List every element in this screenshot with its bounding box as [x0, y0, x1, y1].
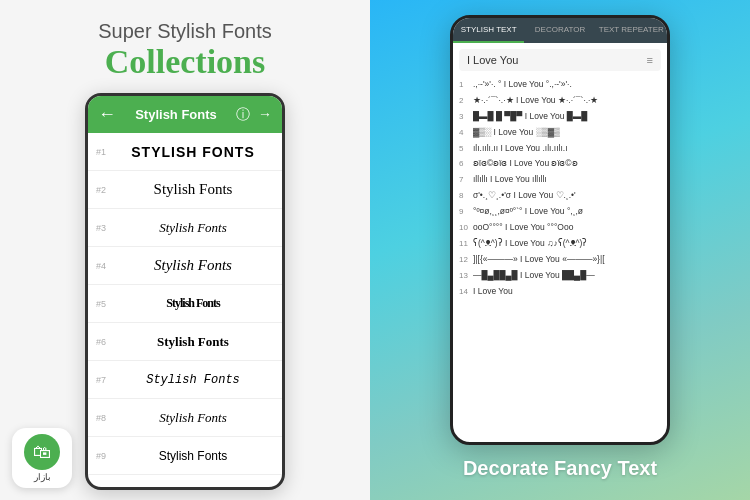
- super-stylish-label: Super Stylish Fonts: [98, 20, 271, 43]
- result-num: 14: [459, 286, 473, 297]
- result-text: █▬█ █ ▀█▀ I Love You █▬█: [473, 111, 661, 123]
- left-panel: Super Stylish Fonts Collections ← Stylis…: [0, 0, 370, 500]
- phone-top-bar: ← Stylish Fonts ⓘ →: [88, 96, 282, 133]
- font-item-num: #4: [96, 261, 112, 271]
- font-item-num: #2: [96, 185, 112, 195]
- result-item[interactable]: 4 ▓▒░ I Love You ░▒▓▒: [457, 125, 663, 141]
- font-item-num: #9: [96, 451, 112, 461]
- font-list-item[interactable]: #6 Stylish Fonts: [88, 323, 282, 361]
- info-icon[interactable]: ⓘ: [236, 106, 250, 124]
- font-display: Stylish Fonts: [112, 220, 274, 236]
- result-num: 8: [459, 190, 473, 201]
- result-text: σ'•.¸♡¸.•'σ I Love You ♡.¸.•': [473, 190, 661, 202]
- result-num: 12: [459, 254, 473, 265]
- result-item[interactable]: 10 ooO°°°° I Love You °°°Ooo: [457, 220, 663, 236]
- font-display: Stylish Fonts: [112, 296, 274, 311]
- result-item[interactable]: 2 ★·.·´¯`·.·★ I Love You ★·.·´¯`·.·★: [457, 93, 663, 109]
- result-item[interactable]: 5 ılı.ıılı.ıı I Love You .ılı.ıılı.ı: [457, 141, 663, 157]
- result-item[interactable]: 1 .,·-'»'·. ° I Love You °.,·-'»'·.: [457, 77, 663, 93]
- font-list-item[interactable]: #5 Stylish Fonts: [88, 285, 282, 323]
- back-button[interactable]: ←: [98, 104, 116, 125]
- result-num: 11: [459, 238, 473, 249]
- result-item[interactable]: 7 ıllıllı I Love You ıllıllı: [457, 172, 663, 188]
- result-text: ıllıllı I Love You ıllıllı: [473, 174, 661, 186]
- result-item[interactable]: 11 ʕ(^ᴥ^)ʔ I Love You ♫♪ʕ(^ᴥ^)ʔ: [457, 236, 663, 252]
- font-item-num: #3: [96, 223, 112, 233]
- result-num: 4: [459, 127, 473, 138]
- tabs-bar: STYLISH TEXTDECORATORTEXT REPEATER: [453, 18, 667, 43]
- result-num: 9: [459, 206, 473, 217]
- result-item[interactable]: 6 ʚϊɞ©ʚϊɞ I Love You ʚϊɞ©ʚ: [457, 156, 663, 172]
- result-text: ılı.ıılı.ıı I Love You .ılı.ıılı.ı: [473, 143, 661, 155]
- result-num: 7: [459, 174, 473, 185]
- result-text: —█▄██▄█ I Love You ██▄█—: [473, 270, 661, 282]
- font-display: Stylish Fonts: [112, 257, 274, 274]
- result-text: .,·-'»'·. ° I Love You °.,·-'»'·.: [473, 79, 661, 91]
- fancy-text-label: Decorate Fancy Text: [463, 457, 657, 480]
- result-item[interactable]: 8 σ'•.¸♡¸.•'σ I Love You ♡.¸.•': [457, 188, 663, 204]
- left-header: Super Stylish Fonts Collections: [98, 20, 271, 81]
- result-text: ▓▒░ I Love You ░▒▓▒: [473, 127, 661, 139]
- font-list-item[interactable]: #4 Stylish Fonts: [88, 247, 282, 285]
- tab-decorator[interactable]: DECORATOR: [524, 18, 595, 43]
- bazaar-logo: 🛍 بازار: [12, 428, 72, 488]
- font-list: #1 STYLISH FONTS#2 Stylish Fonts#3 Styli…: [88, 133, 282, 475]
- font-list-item[interactable]: #3 Stylish Fonts: [88, 209, 282, 247]
- collections-label: Collections: [98, 43, 271, 81]
- result-num: 6: [459, 158, 473, 169]
- font-item-num: #7: [96, 375, 112, 385]
- font-list-item[interactable]: #1 STYLISH FONTS: [88, 133, 282, 171]
- bazaar-label: بازار: [34, 472, 51, 482]
- font-list-item[interactable]: #9 Stylish Fonts: [88, 437, 282, 475]
- result-item[interactable]: 3 █▬█ █ ▀█▀ I Love You █▬█: [457, 109, 663, 125]
- tab-text-repeater[interactable]: TEXT REPEATER: [596, 18, 667, 43]
- forward-icon[interactable]: →: [258, 106, 272, 124]
- font-display: STYLISH FONTS: [112, 144, 274, 160]
- result-num: 10: [459, 222, 473, 233]
- phone-title: Stylish Fonts: [135, 107, 217, 122]
- result-text: ʕ(^ᴥ^)ʔ I Love You ♫♪ʕ(^ᴥ^)ʔ: [473, 238, 661, 250]
- search-input[interactable]: I Love You: [467, 54, 518, 66]
- font-item-num: #5: [96, 299, 112, 309]
- tab-stylish-text[interactable]: STYLISH TEXT: [453, 18, 524, 43]
- search-icon[interactable]: ≡: [647, 54, 653, 66]
- phone-right-icons: ⓘ →: [236, 106, 272, 124]
- right-panel: STYLISH TEXTDECORATORTEXT REPEATER I Lov…: [370, 0, 750, 500]
- result-text: °º¤ø,¸¸,ø¤º°`° I Love You °,¸,ø: [473, 206, 661, 218]
- result-text: ★·.·´¯`·.·★ I Love You ★·.·´¯`·.·★: [473, 95, 661, 107]
- font-display: Stylish Fonts: [112, 373, 274, 387]
- font-display: Stylish Fonts: [112, 181, 274, 198]
- font-display: Stylish Fonts: [112, 449, 274, 463]
- result-item[interactable]: 14 I Love You: [457, 284, 663, 300]
- result-num: 13: [459, 270, 473, 281]
- result-text: I Love You: [473, 286, 661, 298]
- font-item-num: #6: [96, 337, 112, 347]
- result-num: 1: [459, 79, 473, 90]
- results-list: 1 .,·-'»'·. ° I Love You °.,·-'»'·.2 ★·.…: [453, 77, 667, 303]
- result-item[interactable]: 9 °º¤ø,¸¸,ø¤º°`° I Love You °,¸,ø: [457, 204, 663, 220]
- right-phone-mockup: STYLISH TEXTDECORATORTEXT REPEATER I Lov…: [450, 15, 670, 445]
- result-num: 3: [459, 111, 473, 122]
- result-text: ]|[{«———» I Love You «———»}|[: [473, 254, 661, 266]
- result-item[interactable]: 13 —█▄██▄█ I Love You ██▄█—: [457, 268, 663, 284]
- search-bar[interactable]: I Love You ≡: [459, 49, 661, 71]
- font-display: Stylish Fonts: [112, 410, 274, 426]
- font-item-num: #8: [96, 413, 112, 423]
- result-item[interactable]: 12 ]|[{«———» I Love You «———»}|[: [457, 252, 663, 268]
- result-text: ʚϊɞ©ʚϊɞ I Love You ʚϊɞ©ʚ: [473, 158, 661, 170]
- left-phone-mockup: ← Stylish Fonts ⓘ → #1 STYLISH FONTS#2 S…: [85, 93, 285, 490]
- result-text: ooO°°°° I Love You °°°Ooo: [473, 222, 661, 234]
- result-num: 2: [459, 95, 473, 106]
- result-num: 5: [459, 143, 473, 154]
- font-display: Stylish Fonts: [112, 334, 274, 350]
- font-list-item[interactable]: #2 Stylish Fonts: [88, 171, 282, 209]
- right-footer: Decorate Fancy Text: [463, 457, 657, 480]
- font-list-item[interactable]: #7 Stylish Fonts: [88, 361, 282, 399]
- font-list-item[interactable]: #8 Stylish Fonts: [88, 399, 282, 437]
- font-item-num: #1: [96, 147, 112, 157]
- bazaar-icon: 🛍: [24, 434, 60, 470]
